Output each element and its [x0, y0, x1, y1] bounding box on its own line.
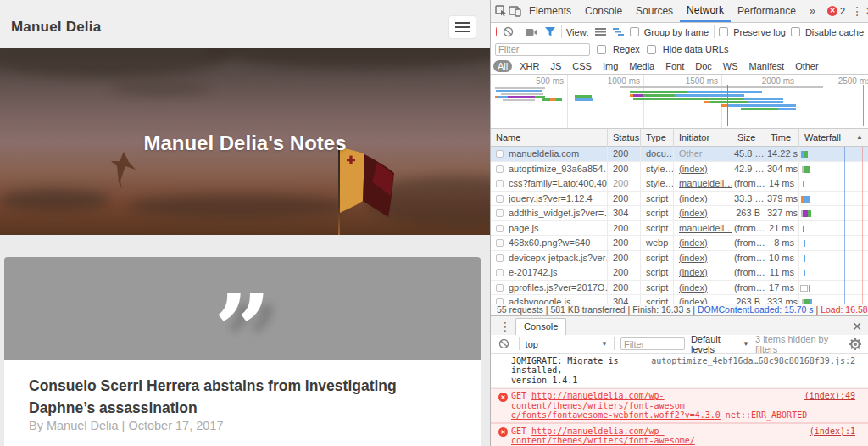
column-header-waterfall[interactable]: Waterfall▲ — [799, 129, 868, 147]
initiator-link[interactable]: (index) — [679, 282, 708, 293]
hide-data-urls-checkbox[interactable] — [647, 45, 656, 54]
network-table-header[interactable]: NameStatusTypeInitiatorSizeTimeWaterfall… — [491, 129, 868, 147]
tab-performance[interactable]: Performance — [731, 0, 803, 22]
preserve-log-checkbox[interactable] — [719, 27, 728, 36]
drawer-menu-kebab-icon[interactable]: ⋮ — [499, 320, 511, 333]
request-name: jquery.js?ver=1.12.4 — [509, 192, 593, 206]
console-url-link[interactable]: http://manueldelia.com/wp-content/themes… — [511, 391, 685, 410]
network-request-row[interactable]: jquery.js?ver=1.12.4200script(index)33.3… — [491, 192, 868, 207]
disable-cache-checkbox[interactable] — [791, 27, 800, 36]
console-filter-input[interactable] — [620, 337, 685, 350]
console-url-link[interactable]: http://manueldelia.com/wp-content/themes… — [511, 426, 695, 446]
initiator-link[interactable]: manueldeli… — [679, 223, 732, 233]
type-filter-other[interactable]: Other — [795, 61, 819, 71]
network-request-row[interactable]: gprofiles.js?ver=2017O…200script(index)(… — [491, 281, 868, 296]
type-filter-media[interactable]: Media — [629, 61, 654, 71]
chevron-down-icon: ▼ — [601, 340, 608, 348]
filter-funnel-icon[interactable] — [545, 24, 555, 41]
column-header-status[interactable]: Status — [608, 129, 641, 147]
console-source-link[interactable]: (index):49 — [804, 391, 855, 410]
hamburger-menu-icon[interactable] — [449, 16, 476, 38]
console-source-link[interactable]: autoptimize_4ebf16da…68c98c80168f39.js:2 — [651, 356, 855, 376]
column-header-initiator[interactable]: Initiator — [674, 129, 732, 147]
tab-elements[interactable]: Elements — [522, 0, 578, 22]
type-filter-js[interactable]: JS — [550, 61, 561, 71]
device-toolbar-icon[interactable] — [509, 3, 521, 20]
network-request-row[interactable]: css?family=Lato:400,40…200style…manuelde… — [491, 176, 868, 192]
type-filter-xhr[interactable]: XHR — [520, 61, 539, 71]
view-waterfall-icon[interactable] — [613, 24, 624, 41]
column-header-type[interactable]: Type — [641, 129, 674, 147]
error-count-badge[interactable]: ✕ 2 — [827, 6, 845, 16]
network-filter-input[interactable] — [495, 43, 590, 56]
console-source-link[interactable]: (index):1 — [810, 426, 855, 446]
article-title-link[interactable]: Consuelo Scerri Herrera abstains from in… — [29, 375, 436, 420]
tab-console[interactable]: Console — [578, 0, 629, 22]
initiator-link[interactable]: manueldeli… — [679, 178, 732, 188]
hero-title: Manuel Delia's Notes — [0, 131, 490, 155]
request-name: css?family=Lato:400,40… — [509, 176, 608, 191]
network-request-row[interactable]: autoptimize_93a6a854…200style…(index)42.… — [491, 162, 868, 177]
sort-arrow-icon[interactable]: ▲ — [856, 129, 863, 146]
column-header-time[interactable]: Time — [765, 129, 799, 147]
initiator-link[interactable]: (index) — [679, 297, 708, 304]
devtools-close-icon[interactable]: ✕ — [865, 3, 868, 20]
drawer-close-icon[interactable]: ✕ — [852, 320, 862, 333]
network-request-row[interactable]: addthis_widget.js?ver=…304script(index)2… — [491, 206, 868, 221]
tab-sources[interactable]: Sources — [629, 0, 680, 22]
view-list-icon[interactable] — [595, 24, 606, 41]
type-filter-font[interactable]: Font — [665, 61, 684, 71]
console-url-link[interactable]: e/fonts/fontawesome-webfont.woff2?v=4.3.… — [511, 410, 721, 420]
record-icon[interactable] — [496, 27, 497, 36]
clear-icon[interactable] — [503, 24, 514, 41]
column-header-size[interactable]: Size — [732, 129, 765, 147]
type-filter-img[interactable]: Img — [603, 61, 618, 71]
console-settings-gear-icon[interactable] — [848, 336, 863, 353]
initiator-link[interactable]: (index) — [679, 237, 708, 248]
execution-context-select[interactable]: top ▼ — [526, 339, 608, 349]
network-table-body: manueldelia.com200docu…Other45.8 …14.22 … — [491, 147, 868, 304]
network-request-row[interactable]: devicepx-jetpack.js?ver…200script(index)… — [491, 251, 868, 266]
file-type-icon — [496, 254, 504, 262]
network-summary-bar: 55 requests | 581 KB transferred | Finis… — [491, 304, 868, 315]
network-overview-timeline[interactable]: 500 ms1000 ms1500 ms2000 ms2500 ms — [491, 75, 868, 129]
load-event-line — [863, 85, 864, 126]
regex-checkbox[interactable] — [597, 45, 606, 54]
overview-request-bar — [495, 87, 545, 89]
type-filter-manifest[interactable]: Manifest — [749, 61, 785, 71]
clear-console-icon[interactable] — [497, 336, 512, 353]
log-levels-select[interactable]: Default levels ▼ — [691, 334, 749, 354]
type-filter-doc[interactable]: Doc — [695, 61, 712, 71]
type-filter-css[interactable]: CSS — [572, 61, 592, 71]
initiator-link[interactable]: (index) — [679, 164, 708, 174]
type-filter-ws[interactable]: WS — [723, 61, 738, 71]
network-request-row[interactable]: 468x60.png?w=640200webp(index)(from…8 ms — [491, 236, 868, 251]
tab-network[interactable]: Network — [680, 0, 731, 22]
network-request-row[interactable]: adsbygoogle.js304script(index)263 B333 m… — [491, 295, 868, 304]
network-request-row[interactable]: manueldelia.com200docu…Other45.8 …14.22 … — [491, 147, 868, 162]
network-request-row[interactable]: page.js200scriptmanueldeli…(from…21 ms — [491, 221, 868, 237]
capture-screenshots-icon[interactable] — [526, 24, 538, 41]
network-request-row[interactable]: e-201742.js200script(index)(from…11 ms — [491, 265, 868, 281]
console-message-error[interactable]: ✕GET http://manueldelia.com/wp-content/t… — [491, 423, 868, 446]
overview-request-bar — [575, 95, 592, 98]
inspect-element-icon[interactable] — [495, 3, 507, 20]
overview-request-bar — [575, 98, 593, 101]
tab-console-drawer[interactable]: Console — [515, 318, 566, 335]
request-type: webp — [641, 236, 674, 251]
console-message-log[interactable]: JQMIGRATE: Migrate is installed,autoptim… — [491, 354, 868, 388]
devtools-menu-kebab-icon[interactable]: ⋮ — [851, 3, 863, 20]
type-filter-all[interactable]: All — [493, 60, 512, 72]
initiator-link[interactable]: (index) — [679, 208, 708, 218]
console-message-error[interactable]: ✕GET http://manueldelia.com/wp-content/t… — [491, 388, 868, 424]
file-type-icon — [496, 225, 504, 232]
summary-separator: | — [626, 304, 633, 315]
more-tabs-icon[interactable]: » — [803, 0, 822, 22]
group-by-frame-checkbox[interactable] — [630, 27, 639, 36]
column-header-name[interactable]: Name — [491, 129, 608, 147]
initiator-link[interactable]: (index) — [679, 253, 708, 263]
initiator-link[interactable]: (index) — [679, 267, 708, 277]
initiator-link[interactable]: (index) — [679, 193, 708, 203]
quote-block[interactable]: ” — [4, 257, 481, 360]
request-size: 263 B — [732, 206, 765, 221]
